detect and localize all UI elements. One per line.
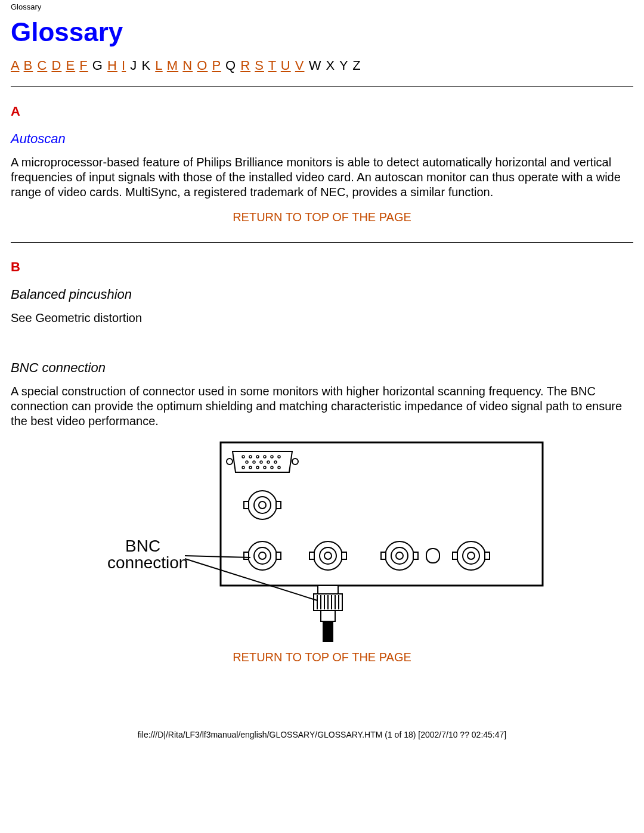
alpha-link-l[interactable]: L [155,58,162,73]
alpha-link-g: G [92,58,103,73]
term-bnc-title: BNC connection [11,360,633,376]
term-autoscan-body: A microprocessor-based feature of Philip… [11,155,633,200]
page-title: Glossary [11,17,633,47]
bnc-label-line1: BNC [125,537,160,555]
term-balanced-pincushion-title: Balanced pincushion [11,287,633,302]
alpha-link-h[interactable]: H [107,58,117,73]
bnc-label-line2: connection [107,553,188,572]
alpha-link-q: Q [225,58,236,73]
svg-rect-44 [453,552,457,559]
alpha-link-a[interactable]: A [11,58,19,73]
return-top-link[interactable]: RETURN TO TOP OF THE PAGE [11,651,633,664]
alpha-link-j: J [130,58,137,73]
alpha-link-o[interactable]: O [197,58,208,73]
alpha-link-d[interactable]: D [51,58,61,73]
alpha-link-f[interactable]: F [79,58,88,73]
footer-path: file:///D|/Rita/LF3/lf3manual/english/GL… [11,730,633,744]
alpha-link-v[interactable]: V [295,58,305,73]
svg-rect-38 [381,552,386,559]
alpha-link-z: Z [352,58,361,73]
divider [11,86,633,87]
alpha-link-r[interactable]: R [240,58,250,73]
section-a-letter: A [11,104,633,119]
svg-point-37 [396,552,403,559]
svg-rect-40 [426,549,439,563]
svg-rect-55 [321,611,335,621]
alpha-link-k: K [141,58,151,73]
alpha-link-t[interactable]: T [268,58,277,73]
divider [11,242,633,243]
svg-rect-33 [309,552,314,559]
alpha-link-p[interactable]: P [212,58,221,73]
svg-rect-29 [276,552,281,559]
alpha-link-u[interactable]: U [281,58,291,73]
alpha-link-y: Y [339,58,348,73]
alpha-link-n[interactable]: N [182,58,193,73]
svg-point-27 [259,552,266,559]
alpha-link-i[interactable]: I [122,58,126,73]
page-header-small: Glossary [0,0,644,14]
alpha-index: A B C D E F G H I J K L M N O P Q R S T … [11,58,633,73]
alpha-link-b[interactable]: B [24,58,33,73]
svg-point-1 [227,459,233,465]
svg-rect-28 [244,552,249,559]
svg-rect-34 [342,552,346,559]
alpha-link-x: X [326,58,336,73]
svg-point-32 [324,552,332,559]
alpha-link-w: W [309,58,322,73]
term-autoscan-title: Autoscan [11,131,633,147]
svg-rect-24 [276,501,281,509]
alpha-link-m[interactable]: M [167,58,178,73]
svg-rect-39 [413,552,418,559]
svg-rect-46 [318,586,338,594]
svg-rect-56 [323,621,333,642]
term-bnc-body: A special construction of connector used… [11,384,633,429]
term-balanced-pincushion-body: See Geometric distortion [11,311,633,326]
svg-point-2 [292,459,298,465]
alpha-link-s[interactable]: S [255,58,264,73]
bnc-figure: BNC connection [11,439,633,642]
section-b-letter: B [11,259,633,275]
svg-rect-45 [485,552,490,559]
alpha-link-e[interactable]: E [66,58,75,73]
alpha-link-c[interactable]: C [37,58,47,73]
bnc-diagram-svg: BNC connection [95,439,549,642]
svg-rect-23 [244,501,249,509]
return-top-link[interactable]: RETURN TO TOP OF THE PAGE [11,210,633,224]
svg-point-22 [259,501,266,509]
svg-point-43 [467,552,475,559]
